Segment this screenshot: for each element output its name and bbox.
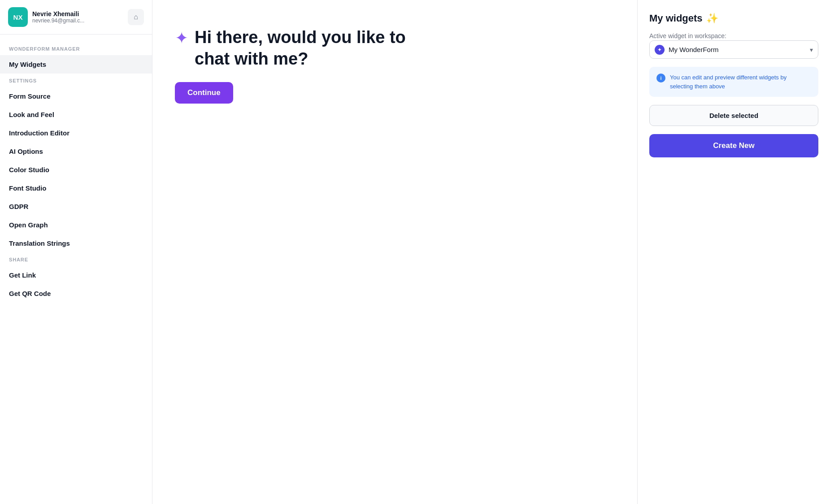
sidebar: NX Nevrie Xhemaili nevriee.94@gmail.c...… <box>0 0 152 504</box>
panel-title-text: My widgets <box>649 13 703 24</box>
main-content: ✦ Hi there, would you like to chat with … <box>152 0 637 504</box>
widget-select-icon: ✦ <box>655 45 665 55</box>
sidebar-item-get-qr-code[interactable]: Get QR Code <box>0 284 152 303</box>
active-widget-label: Active widget in workspace: <box>649 32 818 39</box>
sidebar-item-gdpr[interactable]: GDPR <box>0 197 152 216</box>
chat-greeting: ✦ Hi there, would you like to chat with … <box>175 27 428 70</box>
home-button[interactable]: ⌂ <box>128 9 144 25</box>
info-icon: i <box>656 74 665 83</box>
home-icon: ⌂ <box>134 13 138 21</box>
delete-selected-button[interactable]: Delete selected <box>649 105 818 126</box>
chat-preview: ✦ Hi there, would you like to chat with … <box>175 27 428 104</box>
avatar: NX <box>8 7 28 27</box>
user-email: nevriee.94@gmail.c... <box>32 17 84 24</box>
sidebar-item-color-studio[interactable]: Color Studio <box>0 161 152 179</box>
sidebar-scroll: WONDERFORM MANAGER My Widgets SETTINGS F… <box>0 35 152 504</box>
sidebar-item-look-and-feel[interactable]: Look and Feel <box>0 105 152 124</box>
active-widget-section: Active widget in workspace: ✦ My WonderF… <box>649 32 818 59</box>
create-new-button[interactable]: Create New <box>649 134 818 157</box>
user-text: Nevrie Xhemaili nevriee.94@gmail.c... <box>32 10 84 24</box>
sidebar-item-ai-options[interactable]: AI Options <box>0 142 152 161</box>
widget-select-wrapper: ✦ My WonderForm ▾ <box>649 40 818 59</box>
sidebar-item-font-studio[interactable]: Font Studio <box>0 179 152 197</box>
info-box: i You can edit and preview different wid… <box>649 67 818 97</box>
wonderform-icon: ✦ <box>657 47 662 53</box>
sidebar-header: NX Nevrie Xhemaili nevriee.94@gmail.c...… <box>0 0 152 35</box>
user-info: NX Nevrie Xhemaili nevriee.94@gmail.c... <box>8 7 84 27</box>
continue-button[interactable]: Continue <box>175 82 233 104</box>
chat-greeting-text: Hi there, would you like to chat with me… <box>195 27 428 70</box>
settings-section-label: SETTINGS <box>0 74 152 87</box>
right-panel: My widgets ✨ Active widget in workspace:… <box>637 0 830 504</box>
panel-title-emoji: ✨ <box>706 13 718 24</box>
sidebar-item-get-link[interactable]: Get Link <box>0 266 152 284</box>
share-section-label: SHARE <box>0 252 152 266</box>
panel-title: My widgets ✨ <box>649 13 818 24</box>
sidebar-item-form-source[interactable]: Form Source <box>0 87 152 105</box>
sidebar-item-open-graph[interactable]: Open Graph <box>0 216 152 234</box>
sidebar-item-introduction-editor[interactable]: Introduction Editor <box>0 124 152 142</box>
sparkle-icon: ✦ <box>175 29 188 48</box>
sidebar-item-my-widgets[interactable]: My Widgets <box>0 55 152 74</box>
manager-section-label: WONDERFORM MANAGER <box>0 42 152 55</box>
user-name: Nevrie Xhemaili <box>32 10 84 17</box>
sidebar-item-translation-strings[interactable]: Translation Strings <box>0 234 152 252</box>
widget-select[interactable]: My WonderForm <box>649 40 818 59</box>
info-text: You can edit and preview different widge… <box>670 73 811 91</box>
